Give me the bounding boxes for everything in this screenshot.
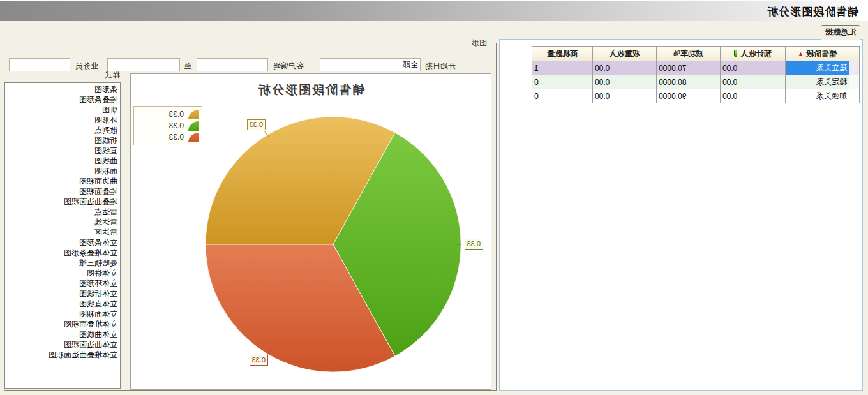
table-header-row: 销售阶段▲ 预计收入 成功率% 权重收入 商机数量: [532, 47, 860, 61]
window-title: 销售阶段图形分析: [767, 4, 858, 19]
table-row: 加强关系0.0090.00000.000: [532, 89, 860, 103]
legend-label: 0.33: [169, 133, 184, 142]
value-cell[interactable]: 70.0000: [657, 61, 721, 75]
col-header-expected-label: 预计收入: [741, 49, 772, 58]
tab-label: 汇总数据: [825, 27, 856, 36]
legend-swatch-icon: [188, 133, 199, 142]
legend-label: 0.33: [169, 121, 184, 130]
to-label: 至: [184, 61, 191, 71]
style-list-item[interactable]: 曲边面积图: [5, 176, 120, 186]
salesman-field[interactable]: [9, 58, 70, 71]
style-list-item[interactable]: 立体条形图: [5, 237, 120, 248]
summary-table-panel: 销售阶段▲ 预计收入 成功率% 权重收入 商机数量 建立关系0.0070.000…: [499, 39, 863, 391]
app-window: 销售阶段图形分析 汇总数据 销售阶段▲ 预计收入 成功率%: [0, 0, 868, 395]
value-cell[interactable]: 90.0000: [657, 89, 721, 103]
customer-code-from-field[interactable]: [197, 58, 268, 71]
style-list-item[interactable]: 直线图: [5, 145, 120, 156]
col-header-opportunity-count[interactable]: 商机数量: [532, 47, 593, 61]
row-indicator-header: [849, 47, 860, 61]
style-list-item[interactable]: 曲线图: [5, 156, 120, 166]
col-header-stage[interactable]: 销售阶段▲: [786, 47, 849, 61]
style-list-item[interactable]: 条形图: [5, 84, 120, 94]
col-header-weighted-income[interactable]: 权重收入: [593, 47, 657, 61]
style-list-item[interactable]: 立体堆叠曲边面积图: [5, 350, 120, 360]
style-list-item[interactable]: 曼哈顿三维: [5, 258, 120, 268]
row-indicator-cell[interactable]: [849, 75, 860, 89]
value-cell[interactable]: 0.00: [721, 89, 786, 103]
value-cell[interactable]: 80.0000: [657, 75, 721, 89]
stage-cell[interactable]: 稳定关系: [786, 75, 849, 89]
value-cell[interactable]: 0.00: [593, 61, 657, 75]
style-list-label: 样式: [105, 70, 120, 81]
value-cell[interactable]: 0.00: [593, 89, 657, 103]
start-date-label: 开始日期: [425, 61, 456, 71]
col-header-success-rate[interactable]: 成功率%: [657, 47, 721, 61]
row-indicator-cell[interactable]: [849, 61, 860, 75]
groupbox-caption: 图形: [469, 38, 490, 48]
chart-style-list: 条形图堆叠条形图饼图环形图散列点折线图直线图曲线图面积图曲边面积图堆叠面积图堆叠…: [4, 82, 121, 389]
style-list-item[interactable]: 立体曲线图: [5, 329, 120, 339]
value-cell[interactable]: 0.00: [721, 75, 786, 89]
col-header-stage-label: 销售阶段: [806, 49, 837, 58]
customer-code-to-field[interactable]: [107, 58, 180, 71]
style-list-item[interactable]: 堆叠曲边面积图: [5, 197, 120, 207]
style-list-item[interactable]: 立体堆叠面积图: [5, 319, 120, 329]
table-row: 稳定关系0.0080.00000.000: [532, 75, 860, 89]
style-list-item[interactable]: 饼图: [5, 105, 120, 115]
pie-label-slice-1: 0.33: [247, 119, 266, 130]
tab-summary-data[interactable]: 汇总数据: [821, 25, 860, 40]
green-bar-icon: [735, 50, 738, 57]
style-list-item[interactable]: 立体饼图: [5, 268, 120, 278]
legend-row: 0.33: [137, 131, 199, 143]
summary-table: 销售阶段▲ 预计收入 成功率% 权重收入 商机数量 建立关系0.0070.000…: [532, 46, 860, 103]
style-list-item[interactable]: 雷达点: [5, 207, 120, 217]
value-cell[interactable]: 0: [532, 89, 593, 103]
style-list-item[interactable]: 立体折线图: [5, 288, 120, 299]
sort-asc-icon: ▲: [798, 50, 804, 57]
style-list-item[interactable]: 立体堆叠条形图: [5, 248, 120, 258]
style-list-item[interactable]: 折线图: [5, 135, 120, 145]
chart-canvas: 销售阶段图形分析: [130, 73, 491, 390]
style-list-item[interactable]: 面积图: [5, 166, 120, 176]
style-list-item[interactable]: 雷达区: [5, 227, 120, 237]
col-header-expected-income[interactable]: 预计收入: [721, 47, 786, 61]
style-list-item[interactable]: 立体面积图: [5, 309, 120, 319]
style-list-item[interactable]: 堆叠条形图: [5, 94, 120, 105]
start-date-field[interactable]: 全部: [320, 58, 421, 71]
pie-label-slice-3: 0.33: [250, 355, 268, 366]
salesman-label: 业务员: [75, 61, 98, 71]
legend-row: 0.33: [137, 120, 199, 131]
start-date-value: 全部: [403, 60, 418, 69]
style-list-item[interactable]: 立体环形图: [5, 278, 120, 288]
style-list-item[interactable]: 环形图: [5, 115, 120, 125]
chart-legend: 0.330.330.33: [133, 106, 202, 145]
stage-cell[interactable]: 建立关系: [786, 61, 849, 75]
row-indicator-cell[interactable]: [849, 89, 860, 103]
value-cell[interactable]: 0: [532, 75, 593, 89]
legend-label: 0.33: [169, 110, 184, 119]
pie-label-slice-2: 0.33: [465, 239, 483, 250]
style-list-item[interactable]: 散列点: [5, 125, 120, 135]
legend-swatch-icon: [188, 121, 199, 131]
window-titlebar: 销售阶段图形分析: [0, 0, 868, 21]
style-list-item[interactable]: 堆叠面积图: [5, 186, 120, 197]
value-cell[interactable]: 0.00: [593, 75, 657, 89]
stage-cell[interactable]: 加强关系: [786, 89, 849, 103]
table-row: 建立关系0.0070.00000.001: [532, 61, 860, 75]
customer-code-label: 客户编码: [273, 61, 304, 71]
legend-swatch-icon: [188, 110, 199, 119]
value-cell[interactable]: 1: [532, 61, 593, 75]
style-list-item[interactable]: 雷达线: [5, 217, 120, 227]
value-cell[interactable]: 0.00: [721, 61, 786, 75]
legend-row: 0.33: [137, 108, 199, 120]
chart-groupbox: 图形 开始日期 全部 客户编码 至 业务员 样式 条形图堆叠条形图饼图环形图散列…: [4, 43, 497, 391]
style-list-item[interactable]: 立体直线图: [5, 299, 120, 309]
style-list-item[interactable]: 立体曲边面积图: [5, 339, 120, 350]
